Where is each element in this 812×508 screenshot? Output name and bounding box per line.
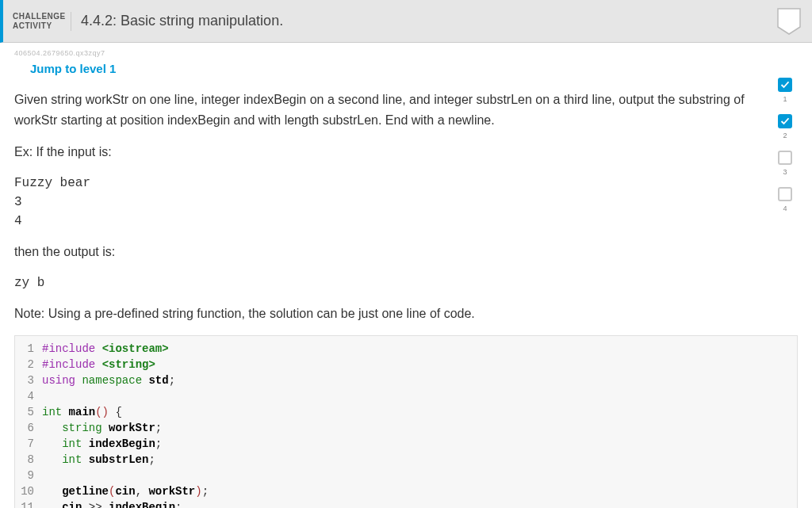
line-gutter: 1 2 3 4 5 6 7 8 9 10 11 12: [15, 336, 42, 508]
check-icon: [780, 116, 790, 126]
challenge-title: 4.4.2: Basic string manipulation.: [71, 13, 283, 29]
challenge-header: CHALLENGE ACTIVITY 4.4.2: Basic string m…: [0, 0, 812, 43]
example-label-input: Ex: If the input is:: [14, 142, 752, 162]
example-input: Fuzzy bear 3 4: [14, 174, 798, 231]
label-line1: CHALLENGE: [13, 12, 66, 21]
example-label-output: then the output is:: [14, 242, 752, 262]
example-output: zy b: [14, 273, 798, 292]
step-2-num: 2: [783, 132, 787, 139]
seed-hash: 406504.2679650.qx3zqy7: [14, 49, 798, 57]
step-1-box[interactable]: [778, 78, 792, 92]
label-line2: ACTIVITY: [13, 21, 52, 30]
problem-note: Note: Using a pre-defined string functio…: [14, 304, 752, 324]
step-2-box[interactable]: [778, 114, 792, 128]
step-4-box[interactable]: [778, 187, 792, 201]
step-3-box[interactable]: [778, 151, 792, 165]
jump-to-level-link[interactable]: Jump to level 1: [30, 62, 798, 75]
content: 406504.2679650.qx3zqy7 Jump to level 1 1…: [0, 49, 812, 508]
bookmark-pocket-icon[interactable]: [777, 8, 801, 35]
header-label: CHALLENGE ACTIVITY: [13, 12, 71, 31]
problem-description: Given string workStr on one line, intege…: [14, 90, 752, 131]
code-area[interactable]: #include <iostream> #include <string> us…: [42, 336, 209, 508]
step-3-num: 3: [783, 168, 787, 176]
step-4-num: 4: [783, 204, 787, 212]
code-editor[interactable]: 1 2 3 4 5 6 7 8 9 10 11 12 #include <ios…: [14, 335, 798, 508]
progress-steps: 1 2 3 4: [776, 78, 795, 220]
check-icon: [780, 80, 790, 90]
step-1-num: 1: [783, 95, 787, 103]
